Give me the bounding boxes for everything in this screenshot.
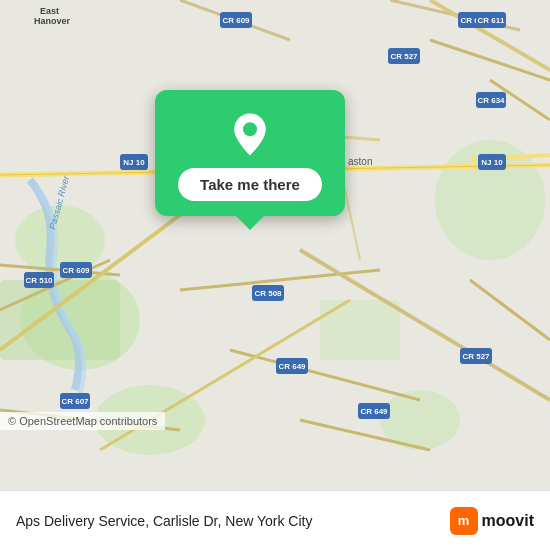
take-me-there-button[interactable]: Take me there	[178, 168, 322, 201]
svg-text:NJ 10: NJ 10	[123, 158, 145, 167]
popup-overlay: Take me there	[155, 90, 345, 216]
svg-text:CR 609: CR 609	[62, 266, 90, 275]
svg-text:aston: aston	[348, 156, 372, 167]
svg-text:CR 649: CR 649	[360, 407, 388, 416]
svg-text:East: East	[40, 6, 59, 16]
moovit-logo: m moovit	[450, 507, 534, 535]
map-container: CR 609 CR 609 CR 527 CR 527 CR 611 CR 63…	[0, 0, 550, 490]
location-pin-icon	[226, 110, 274, 158]
svg-text:CR 609: CR 609	[222, 16, 250, 25]
location-text: Aps Delivery Service, Carlisle Dr, New Y…	[16, 513, 450, 529]
svg-text:CR 510: CR 510	[25, 276, 53, 285]
svg-rect-7	[320, 300, 400, 360]
svg-text:CR 649: CR 649	[278, 362, 306, 371]
svg-text:CR 611: CR 611	[477, 16, 505, 25]
svg-text:CR 527: CR 527	[462, 352, 490, 361]
svg-text:Hanover: Hanover	[34, 16, 71, 26]
moovit-icon: m	[450, 507, 478, 535]
attribution-text: © OpenStreetMap contributors	[0, 412, 165, 430]
svg-text:CR 508: CR 508	[254, 289, 282, 298]
svg-text:CR 634: CR 634	[477, 96, 505, 105]
svg-text:CR 527: CR 527	[390, 52, 418, 61]
moovit-brand-name: moovit	[482, 512, 534, 530]
svg-point-61	[243, 122, 257, 136]
svg-text:NJ 10: NJ 10	[481, 158, 503, 167]
svg-text:CR 607: CR 607	[61, 397, 89, 406]
bottom-bar: Aps Delivery Service, Carlisle Dr, New Y…	[0, 490, 550, 550]
